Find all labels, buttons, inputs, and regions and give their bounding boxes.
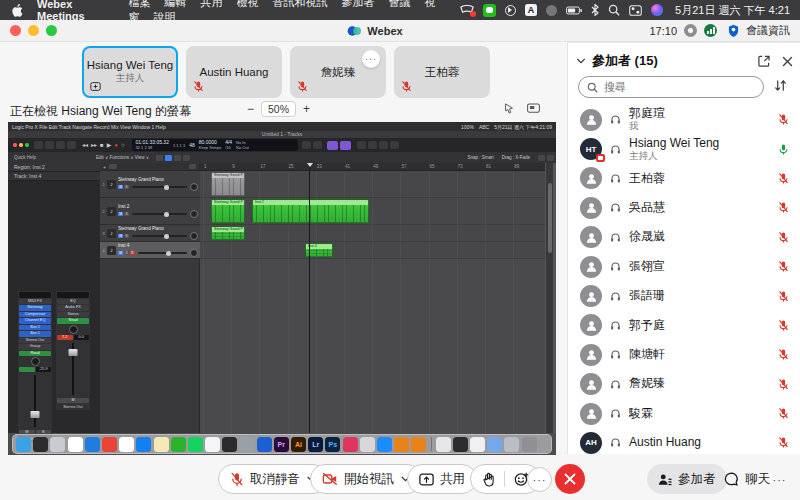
mic-muted-icon[interactable] [778,231,789,244]
participant-name: 徐晟崴 [629,230,770,244]
avatar [580,285,602,307]
close-panel-icon[interactable] [782,56,793,67]
zoom-window-button[interactable] [46,25,57,36]
logic-inspector: Region: Inst 2 Track: Inst 4 MIDI FXStei… [8,163,100,433]
screen-record-status-icon[interactable] [460,5,474,16]
meeting-timer: 17:10 [649,25,677,37]
menubar-menu-item[interactable]: 編輯 [164,0,186,8]
participant-row[interactable]: HTHsiang Wei Teng主持人 [568,134,800,163]
playhead [309,163,310,433]
channel-strip-track: MIDI FXSteinwayCompressorChannel EQBus 2… [18,291,52,442]
recording-indicator-icon[interactable] [684,24,697,37]
macos-menubar: Webex Meetings 檔案編輯共用檢視音訊和視訊參加者會議視窗說明 A … [0,0,800,20]
logic-transport-bar: ◂◂ ▸▸ ■ ▶ ● ○ 01:01:33:05.3232 1 2 38 1 … [8,138,556,152]
video-thumbnail[interactable]: 王柏蓉 [394,46,490,98]
zoom-in-button[interactable]: + [303,102,310,116]
line-app-icon[interactable] [483,4,496,17]
menubar-menu-item[interactable]: 檢視 [236,0,258,8]
apple-menu-icon[interactable] [12,4,23,17]
minimize-window-button[interactable] [28,25,39,36]
close-window-button[interactable] [10,25,21,36]
stop-button: ■ [100,141,104,149]
midi-region: Steinway Grand P [211,172,245,196]
mic-muted-icon[interactable] [778,436,789,449]
zoom-level[interactable]: 50% [261,101,296,117]
mic-muted-icon[interactable] [778,348,789,361]
menubar-menu-item[interactable]: 音訊和視訊 [272,0,327,8]
participant-name: 王柏蓉 [629,172,770,186]
thumbnail-name: Hsiang Wei Teng [87,59,174,71]
channel-strip-output: EQAudio FXStereoRead7.20.0MStereo Out [56,291,90,410]
record-menu-icon[interactable] [505,5,516,16]
more-options-button[interactable]: ··· [527,467,552,492]
avatar [580,226,602,248]
thumbnail-name: Austin Huang [199,66,268,78]
video-thumbnail[interactable]: Hsiang Wei Teng主持人 [82,46,178,98]
participant-row[interactable]: 張翎宣 [568,252,800,281]
control-center-icon[interactable] [629,5,642,16]
leave-meeting-button[interactable] [555,464,585,494]
participant-row[interactable]: 陳塘軒 [568,340,800,369]
status-dot-icon[interactable] [546,5,557,16]
mic-muted-icon[interactable] [778,260,789,273]
more-panels-button[interactable]: ··· [767,467,792,492]
video-thumbnail[interactable]: 詹妮臻··· [290,46,386,98]
mic-live-icon[interactable] [778,143,789,156]
mic-muted-icon[interactable] [778,172,789,185]
battery-icon[interactable] [566,6,582,15]
participant-row[interactable]: 駿霖 [568,399,800,428]
sort-participants-icon[interactable] [774,79,787,92]
track-inspector-header: Track: Inst 4 [8,172,100,181]
participant-row[interactable]: 王柏蓉 [568,164,800,193]
webex-titlebar: Webex 17:10 會議資訊 [0,20,800,42]
mic-muted-icon[interactable] [778,201,789,214]
participant-row[interactable]: 徐晟崴 [568,223,800,252]
menubar-menu-item[interactable]: 參加者 [341,0,374,8]
meeting-info-button[interactable]: 會議資訊 [746,23,790,38]
raise-hand-icon[interactable] [482,472,495,487]
menubar-menu-item[interactable]: 檔案 [128,0,150,8]
input-source-icon[interactable]: A [525,4,537,16]
mic-muted-icon[interactable] [778,290,789,303]
participant-name: 吳品慧 [629,201,770,215]
avatar [580,403,602,425]
participant-row[interactable]: 郭予庭 [568,311,800,340]
participant-row[interactable]: 郭庭瑄我 [568,105,800,134]
dock-icon-chrome [102,437,117,452]
menubar-menu-item[interactable]: 會議 [388,0,410,8]
participant-row[interactable]: 詹妮臻 [568,370,800,399]
siri-icon[interactable] [651,4,663,16]
menubar-app-name[interactable]: Webex Meetings [37,0,114,22]
remote-control-icon[interactable] [503,103,515,115]
video-thumbnail[interactable]: Austin Huang [186,46,282,98]
metronome-button [340,141,351,150]
mic-muted-icon[interactable] [778,113,789,126]
mic-muted-icon[interactable] [778,319,789,332]
participant-row[interactable]: 張語珊 [568,281,800,310]
window-controls [10,25,130,36]
participant-row[interactable]: 吳品慧 [568,193,800,222]
participant-row[interactable]: AHAustin Huang [568,428,800,457]
thumbnail-more-button[interactable]: ··· [362,50,380,68]
zoom-out-button[interactable]: − [247,102,254,116]
dock-icon-pink-app [343,437,358,452]
shared-screen-viewport[interactable]: Logic Pro X File Edit Track Navigate Rec… [8,122,556,455]
start-video-button[interactable]: 開始視訊 [310,464,422,494]
search-input[interactable] [604,81,734,93]
headset-icon [610,232,621,243]
menubar-clock[interactable]: 5月21日 週六 下午 4:21 [675,3,790,18]
sharing-badge [596,154,605,162]
menubar-menu-item[interactable]: 共用 [200,0,222,8]
camera-off-icon [322,472,338,486]
bluetooth-icon[interactable] [591,4,599,16]
participant-search-box[interactable] [578,76,764,98]
mic-muted-icon[interactable] [778,378,789,391]
popout-panel-icon[interactable] [758,55,770,67]
collapse-panel-chevron-icon[interactable] [576,58,586,64]
spotlight-search-icon[interactable] [608,4,620,16]
connection-quality-icon[interactable] [704,24,717,37]
mic-muted-icon[interactable] [778,407,789,420]
share-content-button[interactable]: 共用 [407,464,477,494]
security-shield-icon[interactable] [728,24,739,37]
fullscreen-view-icon[interactable] [527,103,540,115]
